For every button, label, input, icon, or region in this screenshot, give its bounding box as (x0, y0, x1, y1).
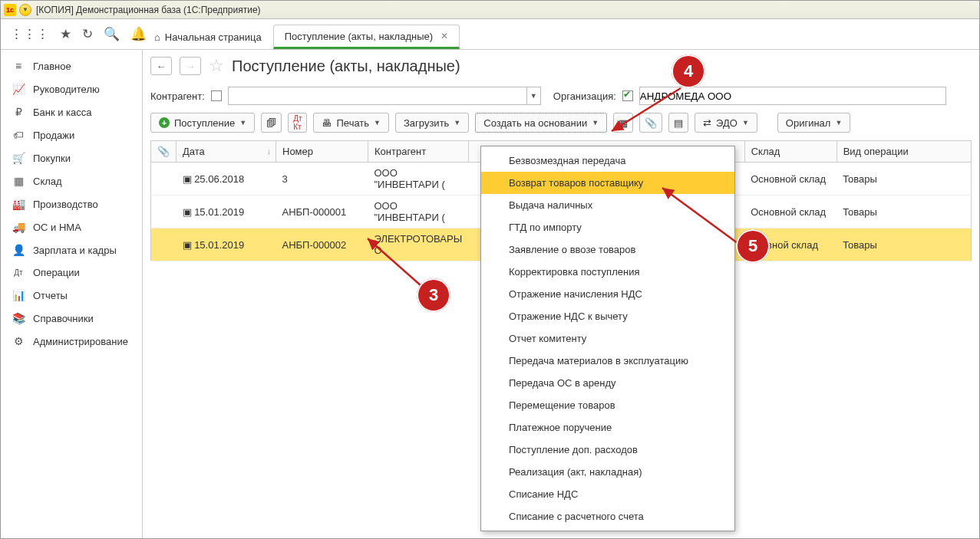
home-icon: ⌂ (154, 31, 160, 43)
sidebar-item-payroll[interactable]: 👤Зарплата и кадры (1, 238, 142, 261)
col-date[interactable]: Дата↓ (177, 141, 276, 163)
sidebar-item-label: Главное (33, 61, 71, 72)
menu-item[interactable]: Безвозмездная передача (481, 150, 734, 172)
menu-item[interactable]: Отражение НДС к вычету (481, 305, 734, 327)
chevron-down-icon: ▼ (374, 119, 381, 127)
books-icon: 📚 (12, 312, 25, 324)
menu-item[interactable]: Отчет комитенту (481, 327, 734, 350)
edo-button[interactable]: ⇄ ЭДО ▼ (695, 113, 757, 133)
back-button[interactable]: ← (150, 57, 172, 75)
menu-item[interactable]: Перемещение товаров (481, 394, 734, 416)
sidebar-item-label: Операции (33, 267, 80, 278)
col-attach[interactable]: 📎 (151, 141, 177, 163)
counterparty-label: Контрагент: (150, 90, 205, 102)
counterparty-dropdown-icon[interactable]: ▼ (527, 87, 541, 105)
apps-icon[interactable]: ⋮⋮⋮ (10, 26, 49, 42)
forward-button[interactable]: → (180, 57, 201, 75)
refresh-button[interactable]: 🗐 (261, 113, 282, 133)
menu-item[interactable]: Реализация (акт, накладная) (481, 461, 734, 483)
main-content: ← → ☆ Поступление (акты, накладные) Конт… (143, 50, 979, 538)
menu-item[interactable]: Выдача наличных (481, 194, 734, 216)
registry-button[interactable]: ▦ (613, 113, 633, 133)
tag-icon: 🏷 (12, 129, 25, 141)
sidebar-item-label: Зарплата и кадры (33, 245, 117, 256)
print-button[interactable]: 🖶 Печать ▼ (313, 113, 389, 133)
dtkt-icon: ДтКт (293, 114, 302, 131)
tab-active[interactable]: Поступление (акты, накладные) ✕ (273, 25, 460, 49)
sidebar-item-label: Склад (33, 176, 62, 187)
window-dropdown-button[interactable]: ▼ (19, 4, 31, 16)
menu-item[interactable]: Возврат товаров поставщику (481, 172, 734, 194)
sidebar-item-sales[interactable]: 🏷Продажи (1, 123, 142, 146)
printer-icon: 🖶 (322, 117, 332, 129)
window-title: [КОПИЯ] Демонстрационная база (1С:Предпр… (36, 5, 261, 15)
attach-button[interactable]: 📎 (639, 113, 662, 133)
sidebar-item-purchases[interactable]: 🛒Покупки (1, 146, 142, 169)
annotation-marker-5: 5 (736, 229, 770, 263)
annotation-marker-4: 4 (671, 54, 705, 88)
sidebar-item-main[interactable]: ≡Главное (1, 54, 142, 77)
col-optype[interactable]: Вид операции (836, 141, 971, 163)
menu-item[interactable]: Списание НДС (481, 483, 734, 505)
dtkt-button[interactable]: ДтКт (288, 113, 307, 133)
sidebar-item-warehouse[interactable]: ▦Склад (1, 169, 142, 192)
sidebar-item-manager[interactable]: 📈Руководителю (1, 77, 142, 100)
list-icon: ▤ (674, 117, 683, 129)
chevron-down-icon: ▼ (454, 119, 460, 127)
menu-item[interactable]: Списание с расчетного счета (481, 505, 734, 527)
sidebar-item-operations[interactable]: ДтОперации (1, 261, 142, 284)
original-button[interactable]: Оригинал ▼ (777, 113, 851, 133)
col-warehouse[interactable]: Склад (744, 141, 836, 163)
window-titlebar: 1c ▼ [КОПИЯ] Демонстрационная база (1С:П… (1, 1, 979, 19)
tab-active-label: Поступление (акты, накладные) (285, 31, 433, 42)
create-based-button[interactable]: Создать на основании ▼ (475, 113, 607, 133)
organization-label: Организация: (553, 90, 616, 102)
sidebar-item-references[interactable]: 📚Справочники (1, 307, 142, 330)
dtkt-icon: Дт (12, 268, 25, 277)
menu-item[interactable]: Поступление доп. расходов (481, 439, 734, 461)
document-icon: ▣ (183, 173, 192, 185)
organization-input[interactable] (639, 87, 946, 105)
receipt-button[interactable]: + Поступление ▼ (150, 113, 255, 133)
print-label: Печать (336, 117, 369, 129)
sidebar-item-bank[interactable]: ₽Банк и касса (1, 100, 142, 123)
tab-home-label: Начальная страница (165, 31, 262, 43)
sidebar-item-assets[interactable]: 🚚ОС и НМА (1, 215, 142, 238)
chevron-down-icon: ▼ (835, 119, 842, 127)
truck-icon: 🚚 (12, 221, 25, 233)
menu-item[interactable]: Передача ОС в аренду (481, 372, 734, 394)
sidebar-item-label: Банк и касса (33, 107, 92, 118)
load-label: Загрузить (404, 117, 449, 129)
close-icon[interactable]: ✕ (441, 31, 448, 41)
organization-checkbox[interactable] (622, 90, 633, 101)
menu-item[interactable]: Корректировка поступления (481, 261, 734, 283)
sidebar-item-reports[interactable]: 📊Отчеты (1, 284, 142, 307)
tab-home[interactable]: ⌂ Начальная страница (143, 25, 273, 49)
history-icon[interactable]: ↻ (82, 26, 93, 42)
counterparty-checkbox[interactable] (211, 90, 222, 101)
col-number[interactable]: Номер (276, 141, 368, 163)
sort-desc-icon: ↓ (267, 147, 271, 156)
search-icon[interactable]: 🔍 (104, 26, 120, 42)
annotation-marker-3: 3 (417, 278, 450, 312)
counterparty-input[interactable] (228, 87, 527, 105)
menu-item[interactable]: Платежное поручение (481, 416, 734, 439)
original-label: Оригинал (786, 117, 831, 129)
list-button[interactable]: ▤ (668, 113, 688, 133)
load-button[interactable]: Загрузить ▼ (395, 113, 469, 133)
col-counterparty[interactable]: Контрагент (368, 141, 469, 163)
create-based-label: Создать на основании (483, 117, 587, 129)
menu-item[interactable]: ГТД по импорту (481, 216, 734, 238)
command-toolbar: + Поступление ▼ 🗐 ДтКт 🖶 Печать ▼ Загруз… (150, 113, 972, 133)
star-icon[interactable]: ★ (60, 26, 71, 42)
menu-item[interactable]: Передача материалов в эксплуатацию (481, 350, 734, 372)
chart-icon: 📈 (12, 83, 25, 95)
filter-row: Контрагент: ▼ Организация: (150, 87, 972, 105)
chevron-down-icon: ▼ (592, 119, 599, 127)
menu-icon: ≡ (12, 60, 25, 72)
menu-item[interactable]: Заявление о ввозе товаров (481, 238, 734, 261)
sidebar-item-admin[interactable]: ⚙Администрирование (1, 330, 142, 353)
sidebar-item-production[interactable]: 🏭Производство (1, 192, 142, 215)
favorite-star-icon[interactable]: ☆ (209, 56, 224, 76)
menu-item[interactable]: Отражение начисления НДС (481, 283, 734, 305)
